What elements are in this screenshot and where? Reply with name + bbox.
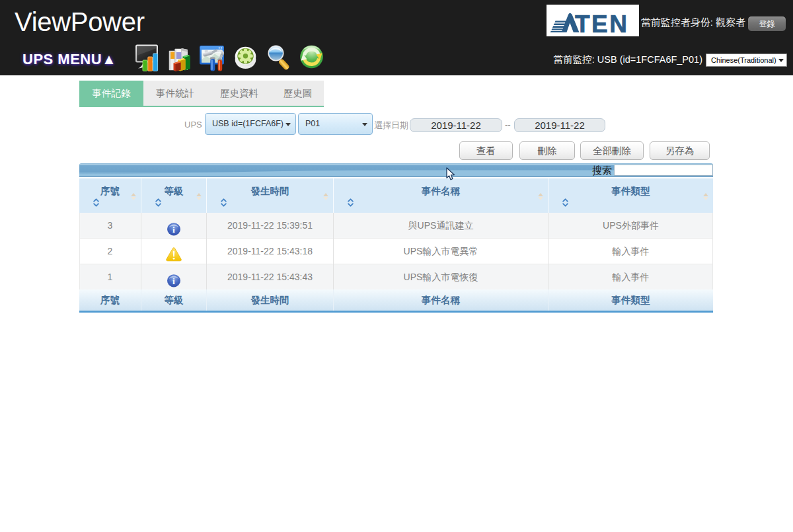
sort-chevrons-icon[interactable] [348, 198, 354, 207]
login-button[interactable]: 登錄 [748, 17, 786, 31]
cell-event: UPS輸入市電異常 [334, 239, 548, 264]
date-to-input[interactable]: 2019-11-22 [514, 118, 605, 132]
table-header-row: 序號 等級 發生時間 事件名稱 事件類型 [79, 178, 713, 213]
date-from-input[interactable]: 2019-11-22 [410, 118, 502, 132]
table-toolbar: 搜索 [79, 163, 713, 177]
top-header: ViewPower TEN 當前監控者身份: 觀察者 登錄 UPS MENU▲ [0, 0, 793, 75]
cell-event: UPS輸入市電恢復 [334, 264, 548, 290]
column-header-event[interactable]: 事件名稱 [334, 178, 548, 213]
column-updown-icon [538, 193, 543, 200]
refresh-sync-icon[interactable] [298, 43, 325, 71]
language-select-value: Chinese(Traditional) [711, 56, 776, 64]
column-title: 事件類型 [548, 185, 713, 198]
table-row[interactable]: 3 i 2019-11-22 15:39:51 與UPS通訊建立 UPS外部事件 [79, 213, 713, 239]
delete-button[interactable]: 刪除 [519, 141, 575, 160]
cell-type: 輸入事件 [548, 264, 713, 290]
sort-chevrons-icon[interactable] [155, 198, 161, 207]
ups-menu-button[interactable]: UPS MENU▲ [22, 51, 116, 68]
column-title: 發生時間 [207, 185, 333, 198]
info-icon: i [167, 274, 181, 287]
mouse-cursor [446, 167, 455, 181]
cell-time: 2019-11-22 15:43:18 [207, 239, 334, 264]
tab-history-data[interactable]: 歷史資料 [207, 81, 272, 106]
column-header-level[interactable]: 等級 [141, 178, 207, 213]
footer-cell: 事件名稱 [334, 289, 548, 311]
search-label: 搜索 [592, 165, 612, 177]
info-icon: i [167, 222, 181, 236]
cell-event: 與UPS通訊建立 [334, 213, 548, 239]
tab-history-chart[interactable]: 歷史圖 [272, 81, 324, 106]
column-header-time[interactable]: 發生時間 [207, 178, 334, 213]
tab-event-log[interactable]: 事件記錄 [79, 81, 143, 106]
language-select[interactable]: Chinese(Traditional) [706, 54, 787, 67]
app-title: ViewPower [15, 7, 145, 37]
port-select-value: P01 [305, 119, 320, 128]
cell-time: 2019-11-22 15:43:43 [207, 264, 334, 290]
language-select-arrow-icon [778, 59, 784, 62]
sort-chevrons-icon[interactable] [562, 198, 568, 207]
delete-all-button[interactable]: 全部刪除 [580, 141, 644, 160]
aten-logo-graphic: TEN [547, 5, 639, 36]
port-select-arrow-icon [362, 123, 367, 126]
cell-seq: 2 [79, 239, 141, 264]
footer-cell: 事件類型 [548, 289, 713, 311]
ups-select[interactable]: USB id=(1FCFA6F) [205, 113, 296, 135]
date-label: 選擇日期 [374, 120, 408, 132]
cell-seq: 1 [79, 264, 141, 290]
window-tools-icon[interactable] [198, 43, 225, 71]
column-header-type[interactable]: 事件類型 [548, 178, 713, 213]
sort-chevrons-icon[interactable] [93, 198, 99, 207]
books-report-icon[interactable] [166, 43, 193, 71]
cell-level: i [141, 213, 207, 239]
cell-level: i [141, 264, 207, 290]
cell-time: 2019-11-22 15:39:51 [207, 213, 334, 239]
cell-level [141, 239, 207, 264]
tab-underline [79, 106, 324, 107]
column-updown-icon [323, 193, 328, 200]
cell-seq: 3 [79, 213, 141, 239]
aten-logo: TEN [547, 5, 639, 36]
warning-icon [166, 247, 182, 262]
gear-settings-icon[interactable] [232, 43, 259, 71]
svg-text:TEN: TEN [575, 11, 626, 36]
date-separator: -- [505, 120, 511, 130]
viewpower-page: ViewPower TEN 當前監控者身份: 觀察者 登錄 UPS MENU▲ [0, 0, 793, 532]
cell-type: UPS外部事件 [548, 213, 713, 239]
footer-cell: 等級 [141, 289, 207, 311]
column-header-seq[interactable]: 序號 [79, 178, 141, 213]
svg-text:i: i [172, 276, 175, 286]
footer-cell: 發生時間 [207, 289, 334, 311]
table-row[interactable]: 1 i 2019-11-22 15:43:43 UPS輸入市電恢復 輸入事件 [79, 264, 713, 290]
monitor-chart-icon[interactable] [133, 43, 161, 71]
column-updown-icon [703, 193, 708, 200]
column-title: 事件名稱 [334, 185, 548, 198]
ups-select-value: USB id=(1FCFA6F) [212, 119, 283, 128]
svg-text:i: i [172, 225, 175, 235]
column-updown-icon [196, 193, 202, 200]
current-monitor-identity: 當前監控者身份: 觀察者 [641, 17, 745, 29]
search-magnifier-icon[interactable] [265, 43, 292, 71]
search-input[interactable] [614, 165, 713, 176]
tab-strip: 事件統計 歷史資料 歷史圖 [143, 81, 324, 106]
footer-cell: 序號 [79, 289, 141, 311]
ups-select-arrow-icon [285, 123, 291, 126]
current-monitor-label: 當前監控: USB (id=1FCFA6F_P01) [554, 54, 702, 66]
column-updown-icon [131, 193, 136, 200]
ups-label: UPS [184, 120, 202, 130]
port-select[interactable]: P01 [298, 113, 373, 135]
table-footer-row: 序號 等級 發生時間 事件名稱 事件類型 [79, 289, 713, 313]
view-button[interactable]: 查看 [459, 141, 513, 160]
cell-type: 輸入事件 [548, 239, 713, 264]
tab-event-statistics[interactable]: 事件統計 [143, 81, 207, 106]
sort-chevrons-icon[interactable] [221, 198, 227, 207]
save-as-button[interactable]: 另存為 [650, 141, 710, 160]
table-row[interactable]: 2 2019-11-22 15:43:18 UPS輸入市電異常 輸入事件 [79, 239, 713, 264]
